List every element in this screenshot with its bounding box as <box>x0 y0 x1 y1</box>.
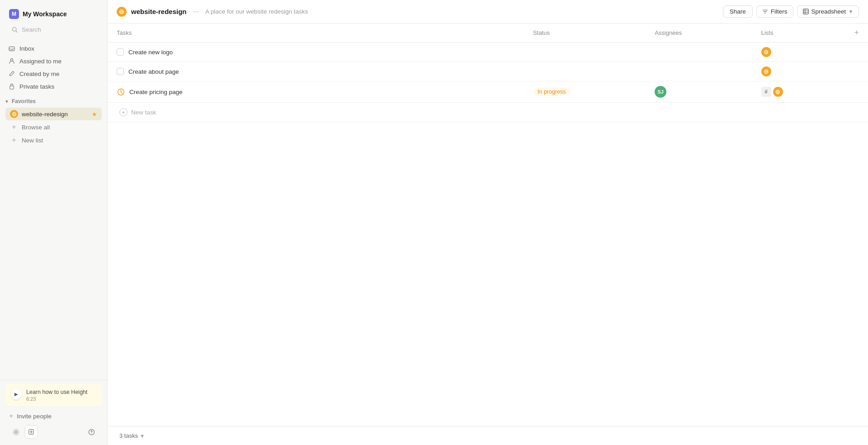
view-switcher-button[interactable]: Spreadsheet ▼ <box>797 5 859 18</box>
search-bar[interactable]: Search <box>7 24 100 36</box>
browse-all-button[interactable]: + Browse all <box>5 121 102 133</box>
view-label: Spreadsheet <box>811 8 846 15</box>
topbar: website-redesign ··· A place for our web… <box>108 0 868 24</box>
svg-point-3 <box>10 59 13 61</box>
sidebar-footer: ▶ Learn how to use Height 6:23 + Invite … <box>0 380 107 445</box>
sidebar-item-label: Inbox <box>19 45 34 52</box>
add-column-button[interactable]: + <box>845 24 868 43</box>
new-task-cell: + New task <box>108 103 868 122</box>
search-icon <box>12 27 18 33</box>
globe-icon <box>761 47 771 57</box>
workspace-header[interactable]: M My Workspace <box>5 6 102 22</box>
star-icon: ★ <box>92 111 97 118</box>
chevron-down-icon: ▼ <box>140 433 145 439</box>
task-cell: Create pricing page <box>108 81 526 103</box>
inbox-icon <box>8 45 15 52</box>
list-icon <box>117 7 127 17</box>
svg-point-8 <box>15 431 17 433</box>
sidebar-item-created[interactable]: Created by me <box>4 67 104 80</box>
learn-title: Learn how to use Height <box>26 388 88 397</box>
extra-cell <box>845 43 868 62</box>
status-cell <box>526 43 647 62</box>
assignees-cell <box>647 62 754 81</box>
task-name: Create about page <box>128 68 179 75</box>
list-item-label: website-redesign <box>22 111 68 118</box>
new-list-button[interactable]: + New list <box>5 134 102 147</box>
hash-icon: # <box>761 87 771 97</box>
new-task-button[interactable]: + New task <box>117 106 861 118</box>
invite-label: Invite people <box>17 413 52 420</box>
in-progress-icon <box>117 88 125 96</box>
sidebar-item-label: Private tasks <box>19 83 54 90</box>
task-count: 3 tasks <box>119 432 138 439</box>
task-table: Tasks Status Assignees Lists + <box>108 24 868 122</box>
extra-cell <box>845 81 868 103</box>
assignees-cell <box>647 43 754 62</box>
svg-point-13 <box>91 433 91 434</box>
sidebar-item-inbox[interactable]: Inbox <box>4 42 104 55</box>
assignees-cell: SJ <box>647 81 754 103</box>
chevron-down-icon: ▼ <box>5 99 9 104</box>
svg-rect-20 <box>803 9 808 14</box>
plus-circle-icon: + <box>119 108 127 116</box>
column-assignees: Assignees <box>647 24 754 43</box>
lists-cell <box>754 43 845 62</box>
learn-card[interactable]: ▶ Learn how to use Height 6:23 <box>5 384 102 407</box>
chevron-down-icon: ▼ <box>849 9 853 14</box>
column-status: Status <box>526 24 647 43</box>
globe-icon <box>10 110 18 118</box>
svg-line-1 <box>16 31 17 32</box>
table-row: Create about page <box>108 62 868 81</box>
new-task-row: + New task <box>108 103 868 122</box>
favorites-label: Favorites <box>12 98 36 104</box>
globe-icon <box>773 87 783 97</box>
table-header-row: Tasks Status Assignees Lists + <box>108 24 868 43</box>
status-badge: In progress <box>533 88 571 96</box>
lists-cell: # <box>754 81 845 103</box>
main-content: website-redesign ··· A place for our web… <box>108 0 868 445</box>
assignee-avatar: SJ <box>655 86 666 98</box>
workspace-icon: M <box>9 9 19 19</box>
task-name: Create pricing page <box>129 89 183 95</box>
browse-all-label: Browse all <box>22 124 50 131</box>
workspace-title: My Workspace <box>23 10 67 18</box>
sidebar-item-label: Assigned to me <box>19 58 61 65</box>
new-list-label: New list <box>22 137 43 144</box>
footer-icons <box>5 422 102 441</box>
sidebar-item-website-redesign[interactable]: website-redesign ★ <box>5 108 102 120</box>
settings-button[interactable] <box>9 425 23 439</box>
task-checkbox[interactable] <box>117 68 124 75</box>
sidebar-navigation: Inbox Assigned to me Created by me Priva… <box>0 40 107 95</box>
filters-label: Filters <box>771 8 788 15</box>
share-button[interactable]: Share <box>723 5 753 18</box>
column-tasks: Tasks <box>108 24 526 43</box>
table-row: Create new logo <box>108 43 868 62</box>
person-icon <box>8 57 15 65</box>
task-checkbox[interactable] <box>117 48 124 56</box>
help-button[interactable] <box>85 425 98 439</box>
sidebar: M My Workspace Search Inbox Assigned to … <box>0 0 108 445</box>
play-icon: ▶ <box>11 389 22 400</box>
list-title: website-redesign <box>131 8 187 15</box>
favorites-section-header[interactable]: ▼ Favorites <box>0 95 107 106</box>
new-task-label: New task <box>131 109 156 116</box>
task-count-button[interactable]: 3 tasks ▼ <box>117 431 147 440</box>
lock-icon <box>8 83 15 90</box>
extra-cell <box>845 62 868 81</box>
filter-icon <box>762 9 768 14</box>
task-cell: Create new logo <box>108 43 526 62</box>
status-cell <box>526 62 647 81</box>
task-cell: Create about page <box>108 62 526 81</box>
filters-button[interactable]: Filters <box>756 5 793 18</box>
new-task-fab-button[interactable] <box>24 425 38 439</box>
sidebar-item-assigned[interactable]: Assigned to me <box>4 55 104 67</box>
svg-rect-4 <box>10 86 14 89</box>
more-options-button[interactable]: ··· <box>191 7 201 17</box>
sidebar-item-private[interactable]: Private tasks <box>4 80 104 93</box>
invite-people-button[interactable]: + Invite people <box>5 410 102 422</box>
sidebar-item-label: Created by me <box>19 71 60 77</box>
globe-icon <box>761 66 771 76</box>
status-cell: In progress <box>526 81 647 103</box>
lists-cell <box>754 62 845 81</box>
task-name: Create new logo <box>128 49 173 56</box>
